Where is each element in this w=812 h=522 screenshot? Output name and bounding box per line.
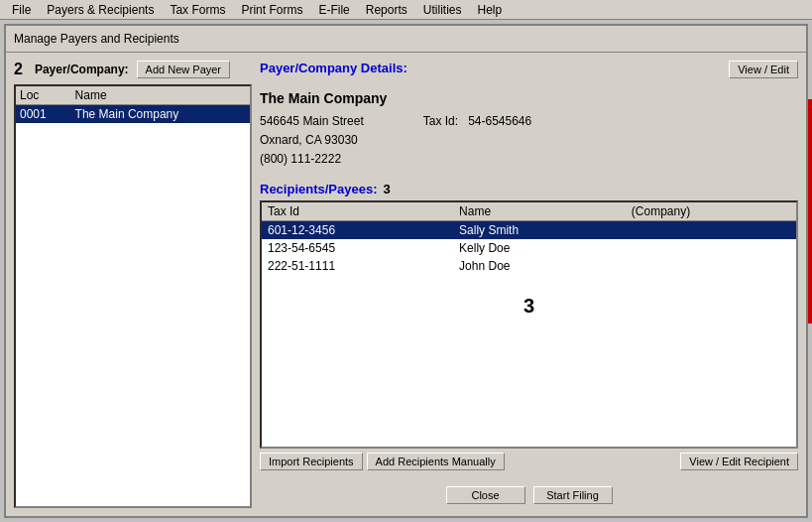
view-edit-button[interactable]: View / Edit	[729, 61, 798, 78]
cell-tax-id: 123-54-6545	[262, 239, 453, 257]
add-new-payer-button[interactable]: Add New Payer	[137, 61, 230, 78]
right-panel: Payer/Company Details: View / Edit The M…	[260, 61, 798, 508]
step3-badge: 3	[262, 275, 796, 322]
cell-company	[626, 257, 796, 275]
payer-table-container: Loc Name 0001 The Main Company	[14, 84, 252, 508]
cell-company	[626, 239, 796, 257]
menu-payers-recipients[interactable]: Payers & Recipients	[39, 1, 162, 19]
recipients-actions: Import Recipients Add Recipients Manuall…	[260, 453, 798, 470]
menu-print-forms[interactable]: Print Forms	[233, 1, 310, 19]
table-row[interactable]: 601-12-3456 Sally Smith	[262, 220, 796, 239]
cell-tax-id: 601-12-3456	[262, 220, 453, 239]
menu-tax-forms[interactable]: Tax Forms	[162, 1, 233, 19]
payer-table: Loc Name 0001 The Main Company	[16, 86, 250, 123]
cell-tax-id: 222-51-1111	[262, 257, 453, 275]
col-company: (Company)	[626, 202, 796, 221]
col-rec-name: Name	[453, 202, 626, 221]
recipients-table-container: Tax Id Name (Company) 601-12-3456 Sally …	[260, 200, 798, 449]
company-info: The Main Company 546645 Main Street Oxna…	[260, 86, 798, 174]
menu-help[interactable]: Help	[469, 1, 510, 19]
address-line1: 546645 Main Street	[260, 112, 364, 131]
recipients-section: Recipients/Payees: 3 Tax Id Name (Compan…	[260, 182, 798, 470]
recipients-header: Recipients/Payees: 3	[260, 182, 798, 196]
import-recipients-button[interactable]: Import Recipients	[260, 453, 363, 470]
company-details: 546645 Main Street Oxnard, CA 93030 (800…	[260, 112, 798, 170]
cell-loc: 0001	[16, 105, 71, 124]
menu-utilities[interactable]: Utilities	[415, 1, 470, 19]
table-row[interactable]: 222-51-1111 John Doe	[262, 257, 796, 275]
menu-efile[interactable]: E-File	[310, 1, 357, 19]
table-row[interactable]: 0001 The Main Company	[16, 105, 250, 124]
company-address: 546645 Main Street Oxnard, CA 93030 (800…	[260, 112, 364, 170]
recipients-table-header: Tax Id Name (Company)	[262, 202, 796, 221]
menu-reports[interactable]: Reports	[358, 1, 415, 19]
recipients-title: Recipients/Payees:	[260, 182, 378, 196]
window-content: 2 Payer/Company: Add New Payer Loc Name …	[6, 53, 806, 516]
cell-name: John Doe	[453, 257, 626, 275]
tax-id-value: 54-6545646	[468, 114, 531, 128]
company-tax-id-section: Tax Id: 54-6545646	[423, 112, 531, 170]
col-tax-id: Tax Id	[262, 202, 453, 221]
phone: (800) 111-2222	[260, 150, 364, 169]
start-filing-button[interactable]: Start Filing	[533, 486, 613, 504]
payer-details-title: Payer/Company Details:	[260, 61, 407, 75]
view-edit-recipient-button[interactable]: View / Edit Recipient	[680, 453, 798, 470]
col-name: Name	[71, 86, 250, 105]
menubar: File Payers & Recipients Tax Forms Print…	[0, 0, 812, 20]
payer-header: 2 Payer/Company: Add New Payer	[14, 61, 252, 78]
cell-company	[626, 220, 796, 239]
details-header: Payer/Company Details: View / Edit	[260, 61, 798, 78]
table-row[interactable]: 123-54-6545 Kelly Doe	[262, 239, 796, 257]
step2-badge: 2	[14, 61, 23, 78]
window-title: Manage Payers and Recipients	[6, 26, 806, 53]
menu-file[interactable]: File	[4, 1, 39, 19]
close-button[interactable]: Close	[446, 486, 525, 504]
tax-id-label: Tax Id:	[423, 114, 458, 128]
col-loc: Loc	[16, 86, 71, 105]
company-name: The Main Company	[260, 90, 798, 106]
recipients-table: Tax Id Name (Company) 601-12-3456 Sally …	[262, 202, 796, 275]
bottom-actions: Close Start Filing	[260, 482, 798, 508]
payer-company-label: Payer/Company:	[35, 63, 129, 76]
left-panel: 2 Payer/Company: Add New Payer Loc Name …	[14, 61, 252, 508]
recipients-actions-left: Import Recipients Add Recipients Manuall…	[260, 453, 505, 470]
address-line2: Oxnard, CA 93030	[260, 131, 364, 150]
main-window: Manage Payers and Recipients 2 Payer/Com…	[4, 24, 808, 518]
cell-name: Kelly Doe	[453, 239, 626, 257]
payer-table-header: Loc Name	[16, 86, 250, 105]
cell-name: The Main Company	[71, 105, 250, 124]
add-recipients-manually-button[interactable]: Add Recipients Manually	[367, 453, 505, 470]
cell-name: Sally Smith	[453, 220, 626, 239]
recipients-count: 3	[384, 182, 391, 196]
